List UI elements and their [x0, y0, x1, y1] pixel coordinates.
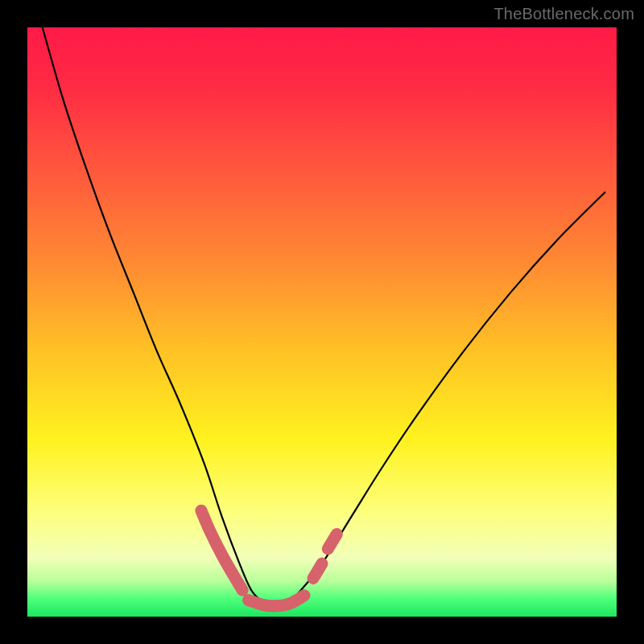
watermark-text: TheBottleneck.com [493, 5, 634, 23]
highlight-path [249, 596, 305, 606]
highlight-path [313, 564, 322, 578]
curve-path [39, 27, 605, 605]
highlight-path [328, 535, 336, 549]
highlight-segments [201, 510, 336, 606]
chart-frame: TheBottleneck.com [0, 0, 644, 644]
plot-area [27, 27, 617, 617]
bottleneck-curve [27, 27, 617, 617]
highlight-path [201, 510, 242, 590]
